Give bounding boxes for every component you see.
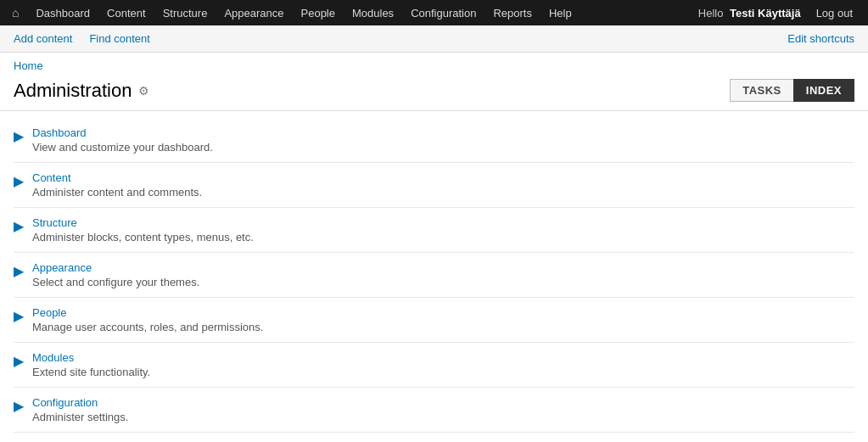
secondary-toolbar: Add content Find content Edit shortcuts	[0, 25, 868, 53]
index-button[interactable]: INDEX	[793, 79, 854, 102]
admin-item-description: View and customize your dashboard.	[32, 141, 213, 154]
username: Testi Käyttäjä	[730, 7, 801, 20]
admin-item-description: Administer content and comments.	[32, 186, 202, 199]
admin-item: ▶AppearanceSelect and configure your the…	[14, 253, 854, 298]
admin-item: ▶ContentAdminister content and comments.	[14, 163, 854, 208]
admin-item: ▶ConfigurationAdminister settings.	[14, 388, 854, 433]
admin-item-content: PeopleManage user accounts, roles, and p…	[32, 306, 263, 333]
home-icon[interactable]: ⌂	[7, 3, 24, 23]
admin-item-description: Extend site functionality.	[32, 366, 150, 378]
admin-items-list: ▶DashboardView and customize your dashbo…	[14, 118, 854, 442]
nav-appearance[interactable]: Appearance	[216, 2, 292, 25]
admin-item-description: Manage user accounts, roles, and permiss…	[32, 321, 263, 333]
nav-links: Dashboard Content Structure Appearance P…	[27, 2, 697, 25]
breadcrumb: Home	[0, 53, 868, 76]
page-title-area: Administration ⚙	[14, 80, 149, 102]
admin-item-title-appearance[interactable]: Appearance	[32, 261, 92, 274]
toolbar-left: Add content Find content	[7, 29, 157, 48]
admin-item-description: Select and configure your themes.	[32, 276, 199, 288]
nav-modules[interactable]: Modules	[344, 2, 402, 25]
admin-item-content: ConfigurationAdminister settings.	[32, 396, 128, 423]
breadcrumb-home[interactable]: Home	[14, 59, 43, 72]
nav-reports[interactable]: Reports	[484, 2, 540, 25]
admin-item-title-configuration[interactable]: Configuration	[32, 396, 98, 409]
admin-item-description: Administer settings.	[32, 411, 128, 423]
admin-item: ▶ReportsView reports, updates, and error…	[14, 433, 854, 442]
admin-item: ▶StructureAdminister blocks, content typ…	[14, 208, 854, 253]
nav-help[interactable]: Help	[540, 2, 580, 25]
admin-item-arrow-icon: ▶	[14, 308, 24, 324]
settings-icon[interactable]: ⚙	[138, 84, 149, 98]
admin-item-arrow-icon: ▶	[14, 218, 24, 234]
header-buttons: TASKS INDEX	[730, 79, 854, 102]
add-content-link[interactable]: Add content	[7, 29, 79, 48]
admin-item-title-modules[interactable]: Modules	[32, 351, 74, 364]
admin-item-title-dashboard[interactable]: Dashboard	[32, 126, 87, 139]
main-content: ▶DashboardView and customize your dashbo…	[0, 111, 868, 442]
logout-button[interactable]: Log out	[808, 2, 861, 25]
nav-people[interactable]: People	[293, 2, 344, 25]
page-title: Administration	[14, 80, 132, 102]
nav-structure[interactable]: Structure	[154, 2, 216, 25]
admin-item-arrow-icon: ▶	[14, 353, 24, 369]
admin-item-arrow-icon: ▶	[14, 128, 24, 144]
page-header: Administration ⚙ TASKS INDEX	[0, 76, 868, 111]
nav-content[interactable]: Content	[98, 2, 154, 25]
admin-item-arrow-icon: ▶	[14, 398, 24, 414]
admin-item-content: ModulesExtend site functionality.	[32, 351, 150, 378]
top-navigation: ⌂ Dashboard Content Structure Appearance…	[0, 0, 868, 25]
admin-item-arrow-icon: ▶	[14, 173, 24, 189]
edit-shortcuts-link[interactable]: Edit shortcuts	[781, 29, 861, 48]
admin-item: ▶ModulesExtend site functionality.	[14, 343, 854, 388]
admin-item-content: AppearanceSelect and configure your them…	[32, 261, 199, 288]
admin-item-arrow-icon: ▶	[14, 263, 24, 279]
tasks-button[interactable]: TASKS	[730, 79, 793, 102]
find-content-link[interactable]: Find content	[82, 29, 157, 48]
nav-dashboard[interactable]: Dashboard	[27, 2, 98, 25]
admin-item-content: DashboardView and customize your dashboa…	[32, 126, 213, 154]
admin-item-description: Administer blocks, content types, menus,…	[32, 231, 254, 243]
nav-configuration[interactable]: Configuration	[402, 2, 484, 25]
user-area: Hello Testi Käyttäjä Log out	[698, 2, 861, 25]
admin-item-title-content[interactable]: Content	[32, 171, 71, 184]
hello-text: Hello	[698, 7, 724, 20]
admin-item: ▶PeopleManage user accounts, roles, and …	[14, 298, 854, 343]
admin-item-content: StructureAdminister blocks, content type…	[32, 216, 254, 243]
admin-item-content: ContentAdminister content and comments.	[32, 171, 202, 199]
admin-item: ▶DashboardView and customize your dashbo…	[14, 118, 854, 163]
admin-item-title-structure[interactable]: Structure	[32, 216, 77, 229]
admin-item-title-people[interactable]: People	[32, 306, 66, 319]
